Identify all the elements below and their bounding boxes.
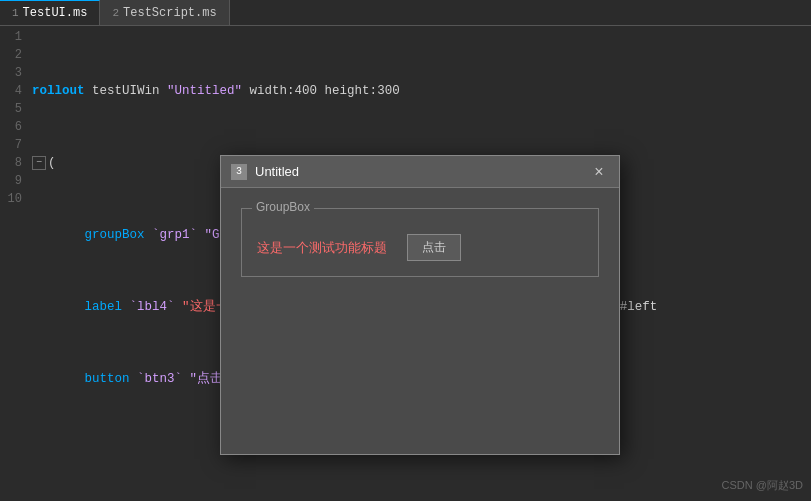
code-line1-rest: testUIWin "Untitled" width:400 height:30… xyxy=(85,82,400,100)
dialog-title: Untitled xyxy=(255,164,299,179)
groupbox-legend: GroupBox xyxy=(252,200,314,214)
keyword-groupbox: groupBox xyxy=(85,226,145,244)
dialog-window[interactable]: 3 Untitled × GroupBox 这是一个测试功能标题 点击 xyxy=(220,155,620,455)
watermark: CSDN @阿赵3D xyxy=(722,478,803,493)
dialog-body: GroupBox 这是一个测试功能标题 点击 xyxy=(221,188,619,287)
tab-bar: 1 TestUI.ms 2 TestScript.ms xyxy=(0,0,811,26)
line3-indent xyxy=(32,226,85,244)
keyword-button: button xyxy=(85,370,130,388)
dialog-title-left: 3 Untitled xyxy=(231,164,299,180)
line4-indent xyxy=(32,298,85,316)
tab1-num: 1 xyxy=(12,7,19,19)
keyword-label: label xyxy=(85,298,123,316)
tab2-num: 2 xyxy=(112,7,119,19)
keyword-rollout: rollout xyxy=(32,82,85,100)
tab-testscript[interactable]: 2 TestScript.ms xyxy=(100,0,229,25)
dialog-icon: 3 xyxy=(231,164,247,180)
groupbox-label: 这是一个测试功能标题 xyxy=(257,239,387,257)
code-line-7 xyxy=(32,496,811,501)
tab-testui[interactable]: 1 TestUI.ms xyxy=(0,0,100,25)
code-line-1: rollout testUIWin "Untitled" width:400 h… xyxy=(32,82,811,100)
line-numbers: 1 2 3 4 5 6 7 8 9 10 xyxy=(0,26,28,501)
dialog-titlebar: 3 Untitled × xyxy=(221,156,619,188)
dialog-close-button[interactable]: × xyxy=(589,162,609,182)
tab1-label: TestUI.ms xyxy=(23,6,88,20)
open-brace: ( xyxy=(48,154,56,172)
fold-icon[interactable]: − xyxy=(32,156,46,170)
line5-indent xyxy=(32,370,85,388)
groupbox-content: 这是一个测试功能标题 点击 xyxy=(257,229,583,261)
groupbox: GroupBox 这是一个测试功能标题 点击 xyxy=(241,208,599,277)
click-button[interactable]: 点击 xyxy=(407,234,461,261)
tab2-label: TestScript.ms xyxy=(123,6,217,20)
